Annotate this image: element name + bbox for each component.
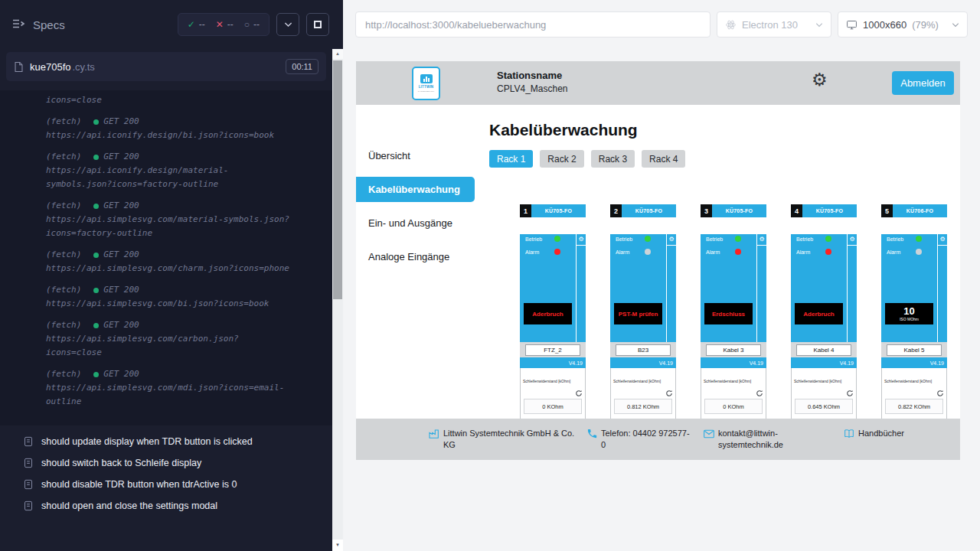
log-entry: (fetch)GET 200 https://api.simplesvg.com…	[46, 367, 289, 409]
status-dot-icon	[93, 119, 99, 125]
device-settings-icon[interactable]: ⚙	[757, 234, 766, 246]
factory-icon	[428, 428, 440, 440]
betrieb-label: Betrieb	[796, 236, 825, 242]
littwin-logo: LITTWIN SYSTEMTECHNIK	[412, 67, 440, 100]
device-display: 10 ISO MOhm	[885, 303, 933, 324]
logout-button[interactable]: Abmelden	[892, 71, 954, 95]
device-model: KÜ705-FO	[802, 204, 857, 217]
device-cards: 1 KÜ705-FO ⚙ Betrieb Alarm Aderbruch FTZ…	[520, 204, 947, 435]
station-info: Stationsname CPLV4_Maschen	[497, 70, 568, 94]
sidebar-item-kabelueberwachung[interactable]: Kabelüberwachung	[356, 177, 475, 202]
resistance-value: 0.822 KOhm	[885, 399, 943, 414]
betrieb-label: Betrieb	[616, 236, 645, 242]
test-list: should update display when TDR button is…	[0, 431, 332, 517]
log-entry: (fetch)GET 200 https://api.simplesvg.com…	[46, 283, 289, 311]
log-entry: (fetch)GET 200 https://api.simplesvg.com…	[46, 318, 289, 360]
device-display: Erdschluss	[704, 303, 753, 324]
viewport-select[interactable]: 1000x660 (79%)	[838, 11, 968, 37]
betrieb-label: Betrieb	[706, 236, 735, 242]
chevron-down-icon	[815, 22, 823, 28]
collapse-button[interactable]	[276, 13, 299, 36]
device-settings-icon[interactable]: ⚙	[848, 234, 857, 246]
page-title: Kabelüberwachung	[489, 121, 638, 139]
app-viewport: LITTWIN SYSTEMTECHNIK Stationsname CPLV4…	[356, 61, 960, 460]
log-entry: (fetch)GET 200 https://api.iconify.desig…	[46, 115, 289, 142]
resistance-value: 0 KOhm	[704, 399, 763, 414]
tab-rack-2[interactable]: Rack 2	[540, 150, 583, 168]
viewport-zoom: (79%)	[912, 19, 939, 31]
x-icon: ✕	[216, 19, 224, 30]
electron-icon	[725, 19, 737, 31]
test-item[interactable]: should disable TDR button when tdrActive…	[0, 474, 332, 495]
alarm-led	[916, 249, 922, 255]
status-dot-icon	[93, 253, 99, 258]
test-doc-icon	[24, 436, 33, 447]
firmware-version: V4.19	[881, 357, 947, 368]
cable-name-input[interactable]: Kabel 3	[706, 344, 761, 356]
device-card-1: 1 KÜ705-FO ⚙ Betrieb Alarm Aderbruch FTZ…	[520, 204, 586, 435]
command-log[interactable]: icons=close (fetch)GET 200 https://api.i…	[0, 90, 332, 425]
footer-manuals[interactable]: Handbücher	[843, 428, 904, 440]
scrollbar-down-arrow-icon[interactable]: ▼	[332, 540, 343, 551]
cypress-topbar: Specs ✓-- ✕-- ○--	[0, 0, 332, 49]
device-side-strip: ⚙	[576, 234, 586, 342]
betrieb-led	[735, 236, 741, 242]
url-bar[interactable]: http://localhost:3000/kabelueberwachung	[355, 11, 710, 37]
device-number: 3	[701, 204, 712, 217]
scrollbar-up-arrow-icon[interactable]: ▲	[332, 49, 343, 59]
spec-timer: 00:11	[286, 59, 318, 74]
resistance-label: Schleifenwiderstand [kOhm]	[701, 368, 766, 383]
sidebar-item-ein-und-ausgaenge[interactable]: Ein- und Ausgänge	[356, 210, 475, 236]
device-settings-icon[interactable]: ⚙	[577, 234, 586, 246]
cable-name-input[interactable]: Kabel 5	[887, 344, 942, 356]
tab-rack-4[interactable]: Rack 4	[642, 150, 685, 168]
betrieb-led	[916, 236, 922, 242]
specs-label: Specs	[33, 18, 65, 31]
email-icon	[703, 428, 715, 440]
spec-file-name: kue705fo	[30, 61, 71, 73]
settings-gear-icon[interactable]: ⚙	[812, 71, 828, 89]
littwin-logo-icon	[420, 74, 433, 83]
test-item[interactable]: should switch back to Schleife display	[0, 452, 332, 474]
test-doc-icon	[24, 500, 33, 511]
cable-name-input[interactable]: B23	[616, 344, 671, 356]
browser-select[interactable]: Electron 130	[717, 11, 831, 37]
betrieb-led	[554, 236, 560, 242]
device-number: 2	[610, 204, 622, 217]
device-model: KÜ705-FO	[531, 204, 586, 217]
sidebar-item-analoge-eingaenge[interactable]: Analoge Eingänge	[356, 244, 475, 269]
stat-failed: ✕--	[216, 19, 234, 30]
tab-rack-3[interactable]: Rack 3	[591, 150, 635, 168]
device-settings-icon[interactable]: ⚙	[667, 234, 676, 246]
resistance-label: Schleifenwiderstand [kOhm]	[521, 368, 585, 383]
specs-list-icon	[12, 18, 25, 31]
device-number: 4	[791, 204, 802, 217]
status-dot-icon	[93, 372, 99, 377]
resistance-value: 0.645 KOhm	[795, 399, 853, 414]
spec-file-row[interactable]: kue705fo .cy.ts 00:11	[6, 52, 326, 81]
sidebar-item-uebersicht[interactable]: Übersicht	[356, 143, 475, 168]
test-item[interactable]: should update display when TDR button is…	[0, 431, 332, 452]
cable-name-input[interactable]: FTZ_2	[525, 344, 580, 356]
circle-icon: ○	[244, 19, 250, 30]
scrollbar-thumb[interactable]	[333, 60, 342, 299]
monitor-icon	[846, 19, 858, 31]
device-side-strip: ⚙	[756, 234, 766, 342]
panel-scrollbar[interactable]: ▲ ▼	[332, 0, 343, 551]
stat-pending: ○--	[244, 19, 260, 30]
specs-toggle[interactable]: Specs	[12, 18, 65, 31]
tab-rack-1[interactable]: Rack 1	[489, 150, 533, 168]
device-settings-icon[interactable]: ⚙	[938, 234, 947, 246]
alarm-label: Alarm	[706, 249, 735, 255]
stop-button[interactable]	[306, 13, 329, 36]
status-dot-icon	[93, 155, 99, 160]
footer-company: Littwin Systemtechnik GmbH & Co. KG	[428, 428, 575, 451]
log-entry: (fetch)GET 200 https://api.simplesvg.com…	[46, 248, 289, 276]
stop-icon	[314, 21, 322, 28]
cable-name-input[interactable]: Kabel 4	[796, 344, 851, 356]
station-name: CPLV4_Maschen	[497, 83, 568, 94]
test-item[interactable]: should open and close the settings modal	[0, 495, 332, 517]
resistance-value: 0.812 KOhm	[614, 399, 672, 414]
resistance-label: Schleifenwiderstand [kOhm]	[882, 368, 946, 383]
phone-icon	[586, 428, 598, 439]
